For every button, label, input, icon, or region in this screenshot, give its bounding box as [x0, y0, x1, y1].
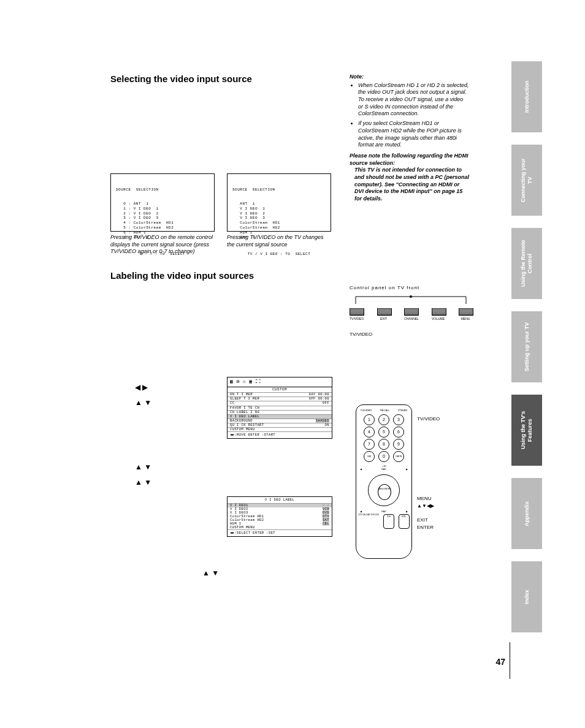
remote-lbl-recall: RECALL — [380, 409, 390, 412]
note-inner: This TV is not intended for connection t… — [354, 167, 469, 202]
note-2: If you select ColorStream HD1 or ColorSt… — [358, 120, 469, 149]
remote-diagram: TV/VIDEO RECALL POWER 123 456 789 100 0 … — [356, 404, 412, 559]
front-btn-channel: CHANNEL — [404, 308, 418, 320]
osd-video-label: V I DEO LABEL V I DEO1– – V I DEO2VCR V … — [227, 496, 332, 537]
tab-appendix[interactable]: Appendix — [511, 478, 542, 549]
tab-remote[interactable]: Using the Remote Control — [511, 228, 542, 299]
note-label: Note: — [350, 74, 469, 81]
arrows-4: ▲ ▼ — [135, 478, 151, 487]
side-tabs: Introduction Connecting your TV Using th… — [511, 61, 542, 632]
front-tvvideo-label: TV/VIDEO — [350, 332, 472, 337]
vlabel-foot: ◀▶:SELECT ENTER :SET — [228, 529, 332, 536]
remote-dpad: MENU ENTER — [368, 474, 400, 506]
caption-remote: Pressing TV/VIDEO on the remote control … — [110, 234, 215, 256]
callout-tvvideo: TV/VIDEO — [417, 417, 440, 422]
osd-tab-icons: ▦ ⚙ ⌂ ▣ ⛶ — [228, 377, 332, 387]
heading-labeling: Labeling the video input sources — [110, 270, 472, 281]
page-divider — [510, 642, 510, 679]
tab-features[interactable]: Using the TV's Features — [511, 395, 542, 466]
notes-block: Note: When ColorStream HD 1 or HD 2 is s… — [350, 74, 469, 203]
front-btn-volume: VOLUME — [432, 308, 445, 320]
front-hdr: Control panel on TV front — [350, 285, 472, 290]
svg-point-3 — [410, 295, 412, 298]
front-btn-exit: EXIT — [377, 308, 391, 320]
tab-connecting[interactable]: Connecting your TV — [511, 145, 542, 216]
osd-custom-title: CUSTOM — [228, 387, 332, 393]
callout-menu: MENU — [417, 496, 432, 501]
osd1-title: SOURCE SELECTION — [116, 188, 209, 192]
tab-setup[interactable]: Setting up your TV — [511, 311, 542, 382]
note-bold: Please note the following regarding the … — [350, 153, 469, 167]
remote-mode-labels: DTV CBL/SAT VCR DVD — [358, 514, 378, 529]
remote-vol: VOL — [399, 514, 410, 529]
osd-custom-foot: ◀▶:MOVE ENTER :START — [228, 431, 332, 438]
callout-exit: EXIT — [417, 518, 428, 523]
arrows-5: ▲ ▼ — [202, 569, 219, 577]
arrows-3: ▲ ▼ — [135, 463, 151, 471]
callout-arrows: ▲▼◀▶ — [417, 504, 434, 509]
remote-ch: CH — [383, 514, 394, 529]
osd-tv: SOURCE SELECTION ANT 1 V I DEO 1 V I DEO… — [227, 173, 331, 232]
osd-custom-menu: ▦ ⚙ ⌂ ▣ ⛶ CUSTOM ON T I MERDAY 00:00 SLE… — [227, 377, 332, 439]
arrows-2: ▲ ▼ — [135, 398, 151, 407]
front-callout-line — [350, 295, 472, 305]
arrows-1: ◀ ▶ — [135, 383, 148, 392]
front-panel-diagram: Control panel on TV front TV/VIDEO EXIT … — [350, 285, 472, 337]
vlabel-title: V I DEO LABEL — [228, 497, 332, 503]
remote-numpad: 123 456 789 100 0 CHRTN — [356, 412, 411, 464]
front-btn-menu: MENU — [459, 308, 472, 320]
page-number: 47 — [495, 657, 505, 667]
caption-tv: Pressing TV/VIDEO on the TV changes the … — [227, 234, 331, 248]
front-btn-tvvideo: TV/VIDEO — [350, 308, 363, 320]
callout-enter: ENTER — [417, 525, 434, 530]
remote-lbl-power: POWER — [398, 409, 407, 412]
note-1: When ColorStream HD 1 or HD 2 is selecte… — [358, 82, 469, 118]
tab-introduction[interactable]: Introduction — [511, 61, 542, 132]
osd2-foot: TV / V I DEO : TO SELECT — [232, 252, 326, 257]
remote-lbl-tvvideo: TV/VIDEO — [361, 409, 372, 412]
tab-index[interactable]: Index — [511, 561, 542, 632]
osd-remote: SOURCE SELECTION 0 : ANT 1 1 : V I DEO 1… — [110, 173, 215, 232]
osd2-title: SOURCE SELECTION — [232, 188, 326, 192]
